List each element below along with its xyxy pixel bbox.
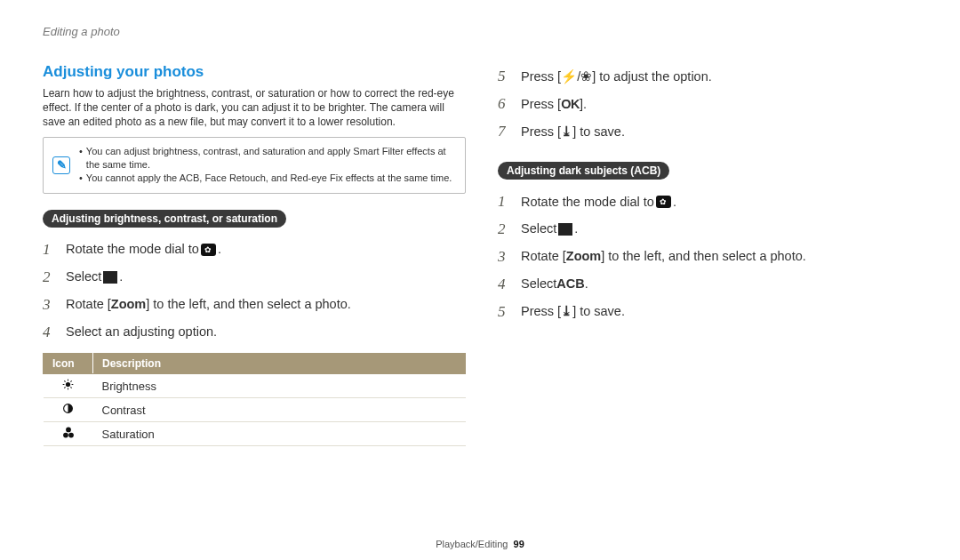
steps-list-a: Rotate the mode dial to . Select . Rotat… bbox=[43, 236, 466, 347]
subheading-acb: Adjusting dark subjects (ACB) bbox=[498, 162, 669, 180]
step-row: Select . bbox=[43, 264, 466, 292]
menu-key-icon: ⤓ bbox=[561, 124, 572, 141]
select-icon bbox=[558, 223, 572, 236]
step-row: Select an adjusting option. bbox=[43, 319, 466, 347]
step-row: Rotate [Zoom] to the left, and then sele… bbox=[498, 244, 921, 271]
svg-line-5 bbox=[64, 381, 65, 382]
step-row: Rotate [Zoom] to the left, and then sele… bbox=[43, 292, 466, 319]
svg-point-10 bbox=[66, 428, 71, 433]
note-icon: ✎ bbox=[52, 156, 70, 174]
svg-line-7 bbox=[64, 388, 65, 388]
macro-key-icon: ❀ bbox=[580, 68, 592, 86]
note-list: •You can adjust brightness, contrast, an… bbox=[79, 145, 456, 186]
content-columns: Adjusting your photos Learn how to adjus… bbox=[43, 63, 921, 446]
brightness-icon bbox=[62, 380, 74, 393]
page-footer: Playback/Editing 99 bbox=[0, 539, 960, 549]
step-row: Rotate the mode dial to . bbox=[43, 236, 466, 264]
td-description: Brightness bbox=[93, 374, 466, 398]
step-row: Press [⚡/❀] to adjust the option. bbox=[498, 63, 921, 91]
note-box: ✎ •You can adjust brightness, contrast, … bbox=[43, 137, 466, 194]
step-row: Rotate the mode dial to . bbox=[498, 188, 921, 216]
menu-key-icon: ⤓ bbox=[561, 303, 572, 321]
svg-point-0 bbox=[66, 382, 70, 387]
contrast-icon bbox=[62, 404, 74, 417]
ok-key-icon: OK bbox=[561, 96, 580, 114]
breadcrumb: Editing a photo bbox=[43, 25, 921, 38]
steps-list-b: Rotate the mode dial to . Select . Rotat… bbox=[498, 188, 921, 326]
saturation-icon bbox=[62, 428, 75, 441]
step-row: Press [⤓] to save. bbox=[498, 299, 921, 326]
left-column: Adjusting your photos Learn how to adjus… bbox=[43, 63, 466, 446]
mode-dial-icon bbox=[656, 196, 671, 208]
note-item: You cannot apply the ACB, Face Retouch, … bbox=[86, 172, 452, 185]
options-table: Icon Description Brightness Contrast bbox=[43, 353, 466, 446]
th-description: Description bbox=[93, 354, 466, 374]
step-row: Press [OK]. bbox=[498, 91, 921, 118]
table-row: Brightness bbox=[44, 374, 466, 398]
steps-list-a-cont: Press [⚡/❀] to adjust the option. Press … bbox=[498, 63, 921, 146]
section-title: Adjusting your photos bbox=[43, 63, 466, 81]
svg-line-8 bbox=[70, 381, 71, 382]
svg-point-12 bbox=[68, 433, 74, 438]
td-description: Saturation bbox=[93, 422, 466, 446]
th-icon: Icon bbox=[44, 354, 93, 374]
table-row: Saturation bbox=[44, 422, 466, 446]
svg-line-6 bbox=[70, 388, 71, 388]
step-row: Press [⤓] to save. bbox=[498, 118, 921, 146]
select-icon bbox=[103, 271, 117, 284]
subheading-adjusting: Adjusting brightness, contrast, or satur… bbox=[43, 210, 286, 228]
step-row: Select . bbox=[498, 216, 921, 244]
right-column: Press [⚡/❀] to adjust the option. Press … bbox=[498, 63, 921, 446]
td-description: Contrast bbox=[93, 398, 466, 422]
note-item: You can adjust brightness, contrast, and… bbox=[86, 145, 456, 172]
table-row: Contrast bbox=[44, 398, 466, 422]
intro-paragraph: Learn how to adjust the brightness, cont… bbox=[43, 86, 466, 130]
step-row: Select ACB. bbox=[498, 271, 921, 299]
svg-point-11 bbox=[63, 433, 68, 438]
mode-dial-icon bbox=[201, 244, 216, 256]
flash-key-icon: ⚡ bbox=[561, 68, 577, 86]
